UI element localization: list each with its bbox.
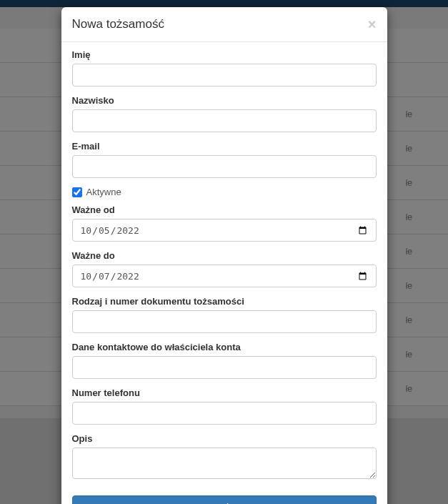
firstname-input[interactable] (72, 64, 377, 87)
valid-from-label: Ważne od (72, 204, 377, 215)
description-label: Opis (72, 433, 377, 444)
description-textarea[interactable] (72, 448, 377, 479)
email-input[interactable] (72, 155, 377, 178)
firstname-label: Imię (72, 49, 377, 60)
identity-modal: Nowa tożsamość × Imię Nazwisko E-mail Ak… (61, 7, 387, 504)
valid-from-input[interactable] (72, 219, 377, 242)
modal-body: Imię Nazwisko E-mail Aktywne Ważne od Wa… (61, 42, 387, 504)
contact-input[interactable] (72, 356, 377, 379)
lastname-label: Nazwisko (72, 95, 377, 106)
valid-to-label: Ważne do (72, 250, 377, 261)
phone-label: Numer telefonu (72, 387, 377, 398)
document-label: Rodzaj i numer dokumentu tożsamości (72, 296, 377, 307)
phone-input[interactable] (72, 402, 377, 425)
active-label[interactable]: Aktywne (86, 187, 121, 197)
close-icon: × (368, 16, 377, 32)
modal-header: Nowa tożsamość × (61, 7, 387, 42)
active-checkbox[interactable] (72, 187, 82, 197)
document-input[interactable] (72, 310, 377, 333)
close-button[interactable]: × (368, 17, 377, 31)
contact-label: Dane kontaktowe do właściciela konta (72, 342, 377, 352)
lastname-input[interactable] (72, 109, 377, 132)
email-label: E-mail (72, 141, 377, 152)
save-button[interactable]: Zapisz (72, 495, 377, 504)
modal-title: Nowa tożsamość (72, 17, 164, 31)
valid-to-input[interactable] (72, 265, 377, 287)
